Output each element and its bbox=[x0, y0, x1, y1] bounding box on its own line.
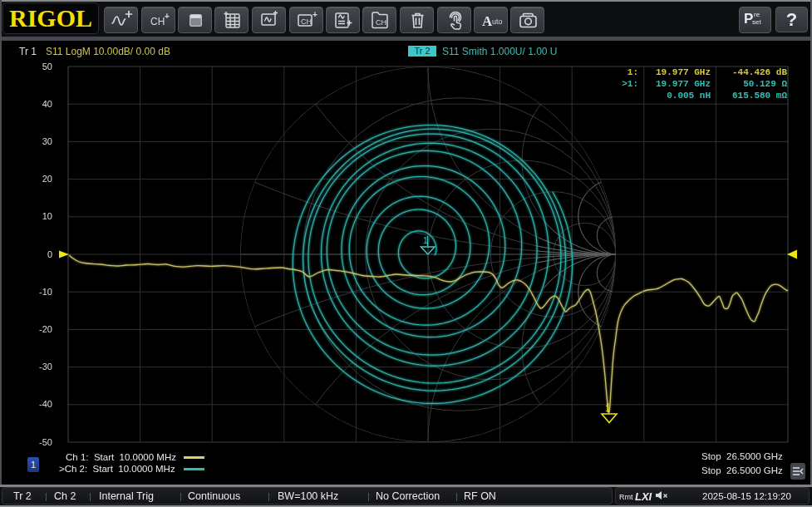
svg-text:1: 1 bbox=[605, 403, 610, 413]
svg-text:CH: CH bbox=[150, 16, 165, 27]
svg-text:uto: uto bbox=[492, 17, 503, 26]
svg-text:1: 1 bbox=[423, 236, 428, 245]
svg-text:+: + bbox=[165, 12, 170, 21]
svg-text:+: + bbox=[312, 10, 317, 19]
svg-text:CH: CH bbox=[376, 18, 386, 27]
svg-text:CH: CH bbox=[301, 17, 312, 26]
